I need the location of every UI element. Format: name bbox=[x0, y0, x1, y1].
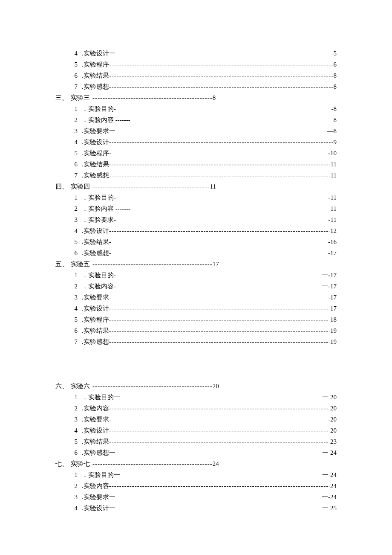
entry-leader bbox=[109, 159, 330, 170]
section-title: 实验五 bbox=[68, 259, 92, 270]
entry-leader bbox=[109, 137, 331, 148]
entry-label: .实验设计 bbox=[82, 303, 109, 314]
entry-page-number: 一 24 bbox=[321, 469, 337, 480]
entry-page-number: -5 bbox=[331, 48, 337, 59]
entry-number: 2 bbox=[67, 480, 78, 491]
entry-number: 7 bbox=[67, 336, 78, 347]
entry-number: 2 bbox=[67, 403, 78, 414]
toc-entry: 6.实验结果19 bbox=[55, 325, 337, 336]
entry-page-number: 8 bbox=[333, 81, 337, 92]
section-prefix: 五、 bbox=[55, 259, 68, 270]
entry-number: 5 bbox=[67, 236, 78, 247]
entry-page-number: -9 bbox=[331, 137, 337, 148]
toc-entry: 3．实验要求--11 bbox=[55, 214, 337, 225]
entry-page-number: -20 bbox=[327, 414, 337, 425]
entry-page-number: 8 bbox=[333, 70, 337, 81]
entry-label: .实验内容 bbox=[82, 480, 109, 491]
entry-label: .实验设计一 bbox=[82, 48, 115, 59]
entry-label: .实验结果 bbox=[82, 436, 109, 447]
toc-entry: 4.实验设计17 bbox=[55, 303, 337, 314]
section-title: 实验四 bbox=[68, 181, 92, 192]
toc-entry: 1．实验目的一一 24 bbox=[55, 469, 337, 480]
entry-number: 1 bbox=[67, 392, 78, 403]
entry-number: 6 bbox=[67, 447, 78, 458]
entry-page-number: 18 bbox=[329, 314, 337, 325]
section-page-number: 24 bbox=[213, 458, 219, 469]
section-page-number: 20 bbox=[213, 381, 219, 392]
entry-label: .实验感想 bbox=[82, 336, 109, 347]
toc-entry: 2．实验内容 -------8 bbox=[55, 114, 337, 125]
entry-number: 6 bbox=[67, 325, 78, 336]
entry-number: 6 bbox=[67, 159, 78, 170]
entry-number: 5 bbox=[67, 314, 78, 325]
entry-number: 2 bbox=[67, 203, 78, 214]
toc-section-heading: 三、实验三-----------------------------------… bbox=[55, 92, 337, 103]
entry-page-number: 6 bbox=[333, 59, 337, 70]
entry-leader bbox=[109, 403, 329, 414]
entry-number: 3 bbox=[67, 491, 78, 503]
section-prefix: 四、 bbox=[55, 181, 68, 192]
entry-leader bbox=[109, 59, 333, 70]
entry-number: 6 bbox=[67, 70, 78, 81]
entry-label: ．实验内容 ------- bbox=[82, 203, 130, 214]
toc-section-heading: 四、实验四-----------------------------------… bbox=[55, 181, 337, 192]
entry-label: .实验感想一 bbox=[82, 447, 115, 458]
toc-entry: 7.实验感想19 bbox=[55, 336, 337, 347]
entry-page-number: 19 bbox=[329, 336, 337, 347]
entry-label: ．实验内容- bbox=[82, 281, 116, 292]
toc-entry: 1．实验目的一一 20 bbox=[55, 392, 337, 403]
toc-entry: 3.实验要求一—8 bbox=[55, 125, 337, 137]
entry-label: .实验设计 bbox=[82, 425, 109, 436]
section-prefix: 七、 bbox=[55, 458, 68, 469]
entry-number: 4 bbox=[67, 137, 78, 148]
entry-label: ．实验目的一 bbox=[82, 392, 120, 403]
entry-number: 2 bbox=[67, 281, 78, 292]
toc-entry: 1．实验目的--8 bbox=[55, 103, 337, 114]
entry-label: .实验感想 bbox=[82, 170, 109, 181]
toc-entry: 4.实验设计20 bbox=[55, 425, 337, 436]
toc-entry: 4.实验设计12 bbox=[55, 225, 337, 236]
toc-entry: 7.实验感想11 bbox=[55, 170, 337, 181]
entry-page-number: -17 bbox=[327, 292, 337, 303]
toc-entry: 6.实验结果11 bbox=[55, 159, 337, 170]
entry-number: 6 bbox=[67, 247, 78, 259]
entry-label: .实验要求- bbox=[82, 292, 111, 303]
entry-page-number: 12 bbox=[329, 225, 337, 236]
section-prefix: 三、 bbox=[55, 92, 68, 103]
entry-number: 1 bbox=[67, 192, 78, 203]
entry-page-number: 8 bbox=[333, 114, 337, 125]
entry-page-number: 一-24 bbox=[321, 491, 337, 503]
section-page-number: 8 bbox=[213, 92, 216, 103]
toc-entry: 3.实验要求--17 bbox=[55, 292, 337, 303]
entry-label: .实验结果 bbox=[82, 325, 109, 336]
toc-entry: 5.实验程序6 bbox=[55, 59, 337, 70]
section-gap bbox=[55, 347, 337, 381]
entry-page-number: 19 bbox=[329, 325, 337, 336]
toc-entry: 6.实验感想--17 bbox=[55, 247, 337, 259]
toc-entry: 6.实验感想一一 24 bbox=[55, 447, 337, 458]
entry-page-number: 11 bbox=[330, 159, 337, 170]
entry-leader bbox=[109, 480, 329, 491]
toc-entry: 2.实验内容24 bbox=[55, 480, 337, 491]
section-title: 实验三 bbox=[68, 92, 92, 103]
entry-label: .实验感想- bbox=[82, 247, 111, 259]
entry-label: .实验结果 bbox=[82, 159, 109, 170]
entry-label: ．实验目的- bbox=[82, 192, 116, 203]
entry-leader bbox=[109, 170, 330, 181]
section-prefix: 六、 bbox=[55, 381, 68, 392]
entry-number: 4 bbox=[67, 48, 78, 59]
section-leader: ----------------------------------------… bbox=[92, 181, 210, 192]
entry-number: 7 bbox=[67, 81, 78, 92]
toc-entry: 6.实验结果8 bbox=[55, 70, 337, 81]
entry-label: ．实验目的- bbox=[82, 103, 116, 114]
entry-leader bbox=[109, 70, 333, 81]
entry-label: .实验程序 bbox=[82, 59, 109, 70]
entry-number: 4 bbox=[67, 303, 78, 314]
entry-leader bbox=[109, 225, 329, 236]
section-leader: ----------------------------------------… bbox=[92, 458, 213, 469]
section-page-number: 17 bbox=[213, 259, 219, 270]
entry-label: ．实验内容 ------- bbox=[82, 114, 130, 125]
entry-page-number: 11 bbox=[330, 203, 337, 214]
toc-entry: 5.实验程序18 bbox=[55, 314, 337, 325]
entry-leader bbox=[109, 303, 329, 314]
